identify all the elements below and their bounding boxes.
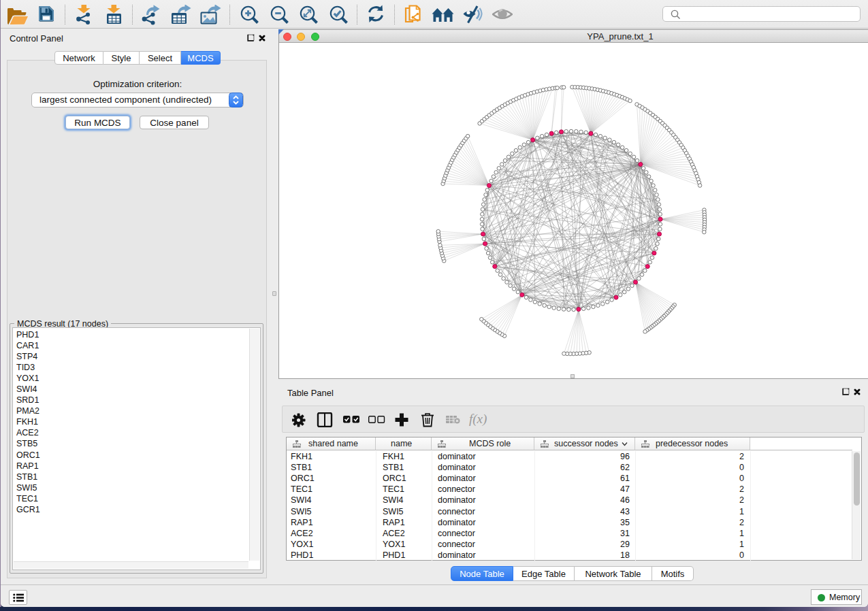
svg-text:f(x): f(x) xyxy=(469,412,487,427)
